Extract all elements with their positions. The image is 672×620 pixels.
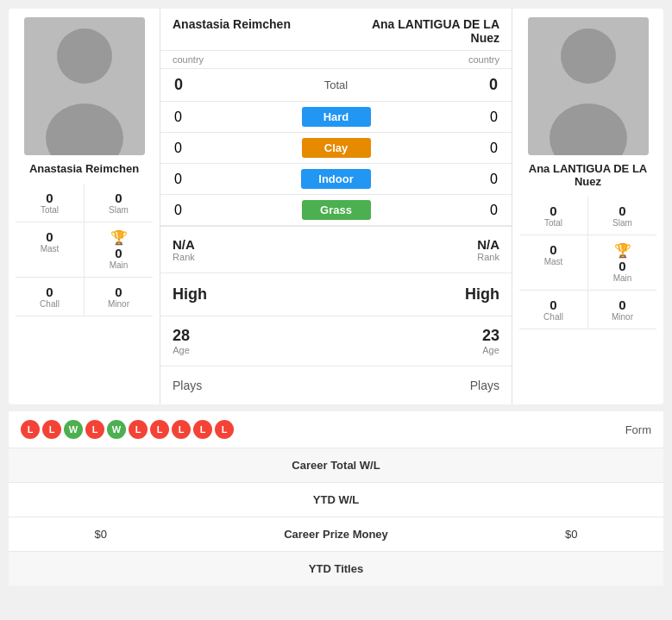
trophy1-icon: 🏆 — [110, 229, 128, 246]
player1-mast-val: 0 — [46, 229, 53, 244]
player1-mast-lbl: Mast — [41, 244, 60, 254]
high-row: High High — [160, 273, 512, 316]
clay-score-left: 0 — [174, 141, 182, 156]
clay-surface-row: 0 Clay 0 — [160, 133, 512, 164]
player1-name-middle: Anastasia Reimchen — [173, 17, 320, 45]
svg-point-1 — [57, 28, 112, 84]
player1-total-val: 0 — [46, 191, 53, 205]
ytd-wl-label: YTD W/L — [21, 493, 651, 506]
player2-mast-lbl: Mast — [544, 257, 563, 266]
indoor-score-left: 0 — [174, 172, 182, 187]
form-badge-l: L — [21, 420, 40, 439]
grass-score-right: 0 — [490, 203, 498, 218]
form-badge-l: L — [215, 420, 234, 439]
middle-panel: Anastasia Reimchen Ana LANTIGUA DE LA Nu… — [160, 9, 512, 404]
player1-chall-lbl: Chall — [40, 299, 60, 309]
trophy2-icon: 🏆 — [614, 242, 631, 259]
player1-main-lbl: Main — [110, 260, 129, 270]
ytd-wl-section: YTD W/L — [9, 483, 663, 517]
player2-total-lbl: Total — [544, 218, 562, 228]
player-names-area: Anastasia Reimchen Ana LANTIGUA DE LA Nu… — [160, 9, 512, 51]
player2-rank-lbl: Rank — [477, 252, 499, 262]
bottom-stats: LLWLWLLLLL Form Career Total W/L YTD W/L… — [9, 411, 663, 586]
player1-minor-lbl: Minor — [108, 299, 129, 309]
player2-total-cell: 0 Total — [519, 197, 588, 235]
player1-name: Anastasia Reimchen — [29, 162, 139, 175]
player1-card: Anastasia Reimchen 0 Total 0 Slam 0 Mast — [9, 9, 160, 404]
player2-age-val: 23 — [482, 327, 499, 345]
form-badge-w: W — [64, 420, 83, 439]
player2-avatar — [528, 17, 649, 155]
grass-badge: Grass — [302, 200, 371, 220]
player2-prize: $0 — [548, 528, 651, 541]
player2-high: High — [465, 285, 499, 304]
player1-mast-main: 0 Mast 🏆 0 Main — [16, 222, 153, 278]
player1-mast-cell: 0 Mast — [16, 222, 85, 278]
career-total-wl-section: Career Total W/L — [9, 448, 663, 483]
player1-slam-val: 0 — [115, 191, 122, 205]
comparison-area: Anastasia Reimchen 0 Total 0 Slam 0 Mast — [9, 9, 663, 404]
player1-age-block: 28 Age — [173, 327, 190, 355]
indoor-surface-row: 0 Indoor 0 — [160, 164, 512, 195]
player2-name: Ana LANTIGUA DE LA Nuez — [519, 162, 656, 188]
main-container: Anastasia Reimchen 0 Total 0 Slam 0 Mast — [0, 0, 672, 601]
total-score-left: 0 — [174, 76, 183, 94]
hard-score-right: 0 — [490, 110, 498, 125]
player2-rank-block: N/A Rank — [477, 237, 499, 262]
player2-minor-cell: 0 Minor — [588, 291, 656, 329]
age-row: 28 Age 23 Age — [160, 316, 512, 366]
indoor-badge: Indoor — [301, 169, 370, 189]
player2-chall-cell: 0 Chall — [519, 291, 588, 329]
total-row: 0 Total 0 — [160, 69, 512, 102]
ytd-titles-label: YTD Titles — [21, 562, 651, 575]
player2-name-middle: Ana LANTIGUA DE LA Nuez — [352, 17, 499, 45]
player2-high-val: High — [465, 285, 499, 304]
total-score-right: 0 — [489, 76, 498, 94]
form-row: LLWLWLLLLL Form — [9, 411, 663, 448]
form-label: Form — [625, 423, 651, 436]
career-prize-section: $0 Career Prize Money $0 — [9, 517, 663, 552]
player2-chall-lbl: Chall — [543, 312, 563, 322]
player1-rank-block: N/A Rank — [173, 237, 195, 262]
player1-age-lbl: Age — [173, 345, 190, 355]
player2-total-slam: 0 Total 0 Slam — [519, 197, 656, 235]
country-row: country country — [160, 51, 512, 69]
player2-chall-val: 0 — [550, 297, 556, 312]
player1-total-slam: 0 Total 0 Slam — [16, 184, 153, 222]
player2-main-lbl: Main — [613, 273, 632, 283]
player2-rank-val: N/A — [477, 237, 499, 252]
hard-score-left: 0 — [174, 110, 182, 125]
player1-high-val: High — [173, 285, 207, 304]
rank-row: N/A Rank N/A Rank — [160, 226, 512, 273]
form-badge-l: L — [193, 420, 212, 439]
svg-point-4 — [561, 28, 616, 84]
ytd-titles-section: YTD Titles — [9, 552, 663, 586]
form-badge-l: L — [129, 420, 148, 439]
clay-score-right: 0 — [490, 141, 498, 156]
grass-surface-row: 0 Grass 0 — [160, 195, 512, 226]
player1-plays: Plays — [173, 379, 202, 392]
player1-minor-cell: 0 Minor — [85, 278, 153, 316]
indoor-score-right: 0 — [490, 172, 498, 187]
player2-trophy-cell: 🏆 0 Main — [588, 235, 656, 291]
player2-chall-minor: 0 Chall 0 Minor — [519, 291, 656, 329]
player2-main-val: 0 — [619, 259, 625, 273]
player2-plays: Plays — [470, 379, 499, 392]
player1-avatar — [24, 17, 145, 155]
player1-trophy-cell: 🏆 0 Main — [85, 222, 153, 278]
form-badge-l: L — [85, 420, 104, 439]
player1-total-cell: 0 Total — [16, 184, 85, 222]
player1-chall-val: 0 — [46, 285, 53, 299]
hard-badge: Hard — [302, 107, 371, 127]
player1-minor-val: 0 — [115, 285, 122, 299]
player1-high: High — [173, 285, 207, 304]
player1-main-val: 0 — [115, 246, 122, 260]
form-badge-l: L — [172, 420, 191, 439]
player2-mast-val: 0 — [550, 242, 556, 257]
player1-chall-cell: 0 Chall — [16, 278, 85, 316]
player1-total-lbl: Total — [41, 205, 59, 215]
form-badge-l: L — [42, 420, 61, 439]
grass-score-left: 0 — [174, 203, 182, 218]
plays-row: Plays Plays — [160, 366, 512, 404]
form-badges: LLWLWLLLLL — [21, 420, 617, 439]
